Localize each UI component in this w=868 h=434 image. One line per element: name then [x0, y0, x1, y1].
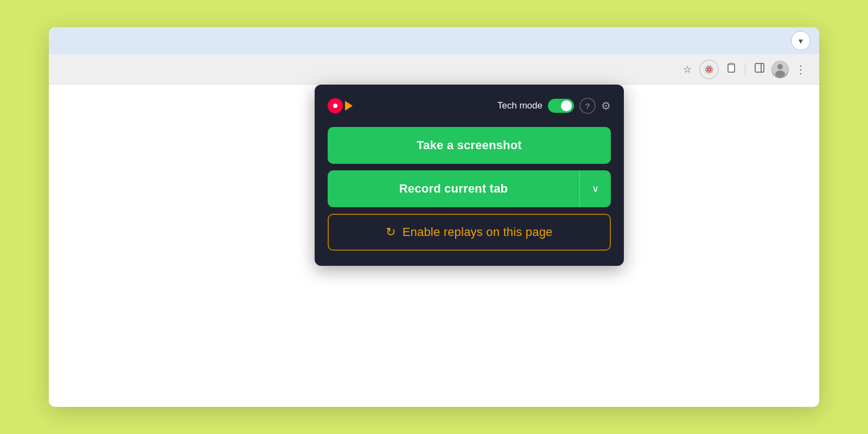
record-button-wrapper: Record current tab ∨	[328, 170, 611, 207]
settings-button[interactable]: ⚙	[601, 99, 611, 112]
popup-header: Tech mode ? ⚙	[328, 98, 611, 114]
replay-icon: ↻	[386, 225, 395, 239]
svg-rect-4	[728, 64, 735, 72]
toolbar-icons: ☆	[678, 60, 810, 79]
user-avatar-button[interactable]	[771, 61, 789, 78]
extension-popup: Tech mode ? ⚙ Take a screenshot	[315, 85, 624, 266]
record-button[interactable]: Record current tab	[328, 170, 579, 207]
screenshot-button[interactable]: Take a screenshot	[328, 127, 611, 164]
logo-arrow	[345, 101, 353, 111]
more-icon: ⋮	[795, 63, 806, 76]
svg-rect-6	[755, 63, 764, 72]
svg-rect-5	[730, 63, 733, 65]
tab-bar: ▾	[49, 27, 819, 54]
bookmark-button[interactable]: ☆	[678, 60, 697, 79]
gear-icon: ⚙	[601, 99, 611, 112]
help-button[interactable]: ?	[579, 98, 596, 114]
address-bar: ☆	[49, 54, 819, 85]
extension-record-icon	[703, 63, 715, 75]
chevron-down-button[interactable]: ▾	[791, 31, 810, 50]
record-dropdown-button[interactable]: ∨	[579, 170, 611, 207]
enable-replays-button[interactable]: ↻ Enable replays on this page	[328, 214, 611, 251]
content-area: Tech mode ? ⚙ Take a screenshot	[49, 85, 819, 407]
tech-mode-section: Tech mode ? ⚙	[497, 98, 611, 114]
svg-point-9	[777, 64, 783, 69]
tech-mode-label: Tech mode	[497, 100, 542, 111]
tech-mode-toggle[interactable]	[548, 99, 574, 113]
clipboard-icon	[725, 62, 736, 76]
toggle-slider	[548, 99, 574, 113]
avatar-icon	[771, 61, 789, 78]
chevron-down-icon: ▾	[799, 36, 803, 46]
sidebar-icon	[754, 62, 765, 76]
popup-buttons: Take a screenshot Record current tab ∨ ↻…	[328, 127, 611, 251]
more-menu-button[interactable]: ⋮	[791, 60, 810, 79]
browser-window: ▾ ☆	[49, 27, 819, 407]
logo-circle	[328, 98, 343, 113]
svg-point-10	[775, 71, 785, 77]
extension-active-button[interactable]	[699, 60, 719, 79]
toolbar-separator	[745, 63, 745, 76]
clipboard-button[interactable]	[721, 60, 741, 79]
help-icon: ?	[585, 101, 590, 111]
logo-dot	[333, 104, 337, 108]
replay-label: Enable replays on this page	[403, 225, 553, 239]
extension-logo	[328, 98, 353, 113]
sidebar-toggle-button[interactable]	[750, 60, 769, 79]
svg-point-3	[709, 68, 710, 70]
bookmark-icon: ☆	[683, 63, 692, 75]
chevron-down-icon: ∨	[592, 183, 599, 195]
record-eye-svg	[703, 63, 715, 75]
